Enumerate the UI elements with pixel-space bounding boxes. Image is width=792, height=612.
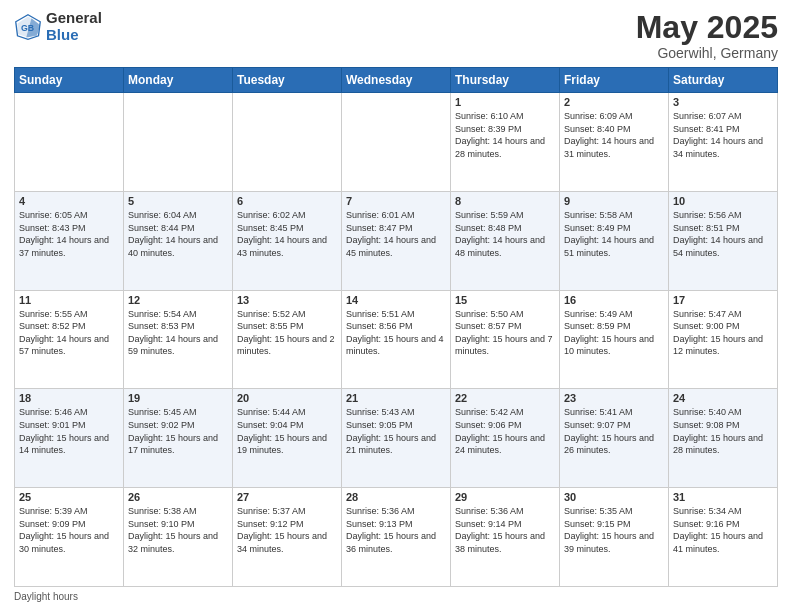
day-cell-22: 22Sunrise: 5:42 AM Sunset: 9:06 PM Dayli… — [451, 389, 560, 488]
day-cell-28: 28Sunrise: 5:36 AM Sunset: 9:13 PM Dayli… — [342, 488, 451, 587]
day-info: Sunrise: 5:39 AM Sunset: 9:09 PM Dayligh… — [19, 505, 119, 555]
day-cell-7: 7Sunrise: 6:01 AM Sunset: 8:47 PM Daylig… — [342, 191, 451, 290]
weekday-header-tuesday: Tuesday — [233, 68, 342, 93]
day-cell-15: 15Sunrise: 5:50 AM Sunset: 8:57 PM Dayli… — [451, 290, 560, 389]
weekday-header-monday: Monday — [124, 68, 233, 93]
week-row-1: 1Sunrise: 6:10 AM Sunset: 8:39 PM Daylig… — [15, 93, 778, 192]
empty-cell — [342, 93, 451, 192]
calendar-subtitle: Goerwihl, Germany — [636, 45, 778, 61]
day-info: Sunrise: 6:02 AM Sunset: 8:45 PM Dayligh… — [237, 209, 337, 259]
day-number: 6 — [237, 195, 337, 207]
day-info: Sunrise: 5:52 AM Sunset: 8:55 PM Dayligh… — [237, 308, 337, 358]
day-info: Sunrise: 5:49 AM Sunset: 8:59 PM Dayligh… — [564, 308, 664, 358]
day-info: Sunrise: 5:59 AM Sunset: 8:48 PM Dayligh… — [455, 209, 555, 259]
empty-cell — [124, 93, 233, 192]
day-number: 8 — [455, 195, 555, 207]
logo-icon: GB — [14, 13, 42, 41]
day-info: Sunrise: 5:35 AM Sunset: 9:15 PM Dayligh… — [564, 505, 664, 555]
day-cell-21: 21Sunrise: 5:43 AM Sunset: 9:05 PM Dayli… — [342, 389, 451, 488]
day-cell-18: 18Sunrise: 5:46 AM Sunset: 9:01 PM Dayli… — [15, 389, 124, 488]
page: GB General Blue May 2025 Goerwihl, Germa… — [0, 0, 792, 612]
day-info: Sunrise: 6:01 AM Sunset: 8:47 PM Dayligh… — [346, 209, 446, 259]
day-cell-30: 30Sunrise: 5:35 AM Sunset: 9:15 PM Dayli… — [560, 488, 669, 587]
day-number: 22 — [455, 392, 555, 404]
day-cell-17: 17Sunrise: 5:47 AM Sunset: 9:00 PM Dayli… — [669, 290, 778, 389]
week-row-3: 11Sunrise: 5:55 AM Sunset: 8:52 PM Dayli… — [15, 290, 778, 389]
day-number: 7 — [346, 195, 446, 207]
day-cell-27: 27Sunrise: 5:37 AM Sunset: 9:12 PM Dayli… — [233, 488, 342, 587]
weekday-header-sunday: Sunday — [15, 68, 124, 93]
day-info: Sunrise: 5:36 AM Sunset: 9:14 PM Dayligh… — [455, 505, 555, 555]
day-info: Sunrise: 6:04 AM Sunset: 8:44 PM Dayligh… — [128, 209, 228, 259]
day-number: 11 — [19, 294, 119, 306]
day-number: 4 — [19, 195, 119, 207]
logo: GB General Blue — [14, 10, 102, 43]
day-number: 20 — [237, 392, 337, 404]
weekday-header-wednesday: Wednesday — [342, 68, 451, 93]
day-cell-29: 29Sunrise: 5:36 AM Sunset: 9:14 PM Dayli… — [451, 488, 560, 587]
day-number: 31 — [673, 491, 773, 503]
logo-text: General Blue — [46, 10, 102, 43]
day-cell-4: 4Sunrise: 6:05 AM Sunset: 8:43 PM Daylig… — [15, 191, 124, 290]
day-info: Sunrise: 5:45 AM Sunset: 9:02 PM Dayligh… — [128, 406, 228, 456]
day-info: Sunrise: 5:56 AM Sunset: 8:51 PM Dayligh… — [673, 209, 773, 259]
day-cell-31: 31Sunrise: 5:34 AM Sunset: 9:16 PM Dayli… — [669, 488, 778, 587]
day-number: 5 — [128, 195, 228, 207]
day-number: 19 — [128, 392, 228, 404]
title-block: May 2025 Goerwihl, Germany — [636, 10, 778, 61]
weekday-header-friday: Friday — [560, 68, 669, 93]
day-number: 23 — [564, 392, 664, 404]
day-cell-10: 10Sunrise: 5:56 AM Sunset: 8:51 PM Dayli… — [669, 191, 778, 290]
day-info: Sunrise: 5:58 AM Sunset: 8:49 PM Dayligh… — [564, 209, 664, 259]
day-number: 9 — [564, 195, 664, 207]
day-info: Sunrise: 5:40 AM Sunset: 9:08 PM Dayligh… — [673, 406, 773, 456]
day-info: Sunrise: 6:07 AM Sunset: 8:41 PM Dayligh… — [673, 110, 773, 160]
day-info: Sunrise: 5:47 AM Sunset: 9:00 PM Dayligh… — [673, 308, 773, 358]
day-number: 26 — [128, 491, 228, 503]
day-cell-16: 16Sunrise: 5:49 AM Sunset: 8:59 PM Dayli… — [560, 290, 669, 389]
day-info: Sunrise: 5:38 AM Sunset: 9:10 PM Dayligh… — [128, 505, 228, 555]
day-cell-19: 19Sunrise: 5:45 AM Sunset: 9:02 PM Dayli… — [124, 389, 233, 488]
day-cell-25: 25Sunrise: 5:39 AM Sunset: 9:09 PM Dayli… — [15, 488, 124, 587]
day-number: 16 — [564, 294, 664, 306]
day-cell-2: 2Sunrise: 6:09 AM Sunset: 8:40 PM Daylig… — [560, 93, 669, 192]
week-row-2: 4Sunrise: 6:05 AM Sunset: 8:43 PM Daylig… — [15, 191, 778, 290]
day-number: 30 — [564, 491, 664, 503]
day-cell-9: 9Sunrise: 5:58 AM Sunset: 8:49 PM Daylig… — [560, 191, 669, 290]
week-row-5: 25Sunrise: 5:39 AM Sunset: 9:09 PM Dayli… — [15, 488, 778, 587]
day-number: 28 — [346, 491, 446, 503]
logo-blue-text: Blue — [46, 27, 102, 44]
day-number: 10 — [673, 195, 773, 207]
footer-note: Daylight hours — [14, 591, 778, 602]
day-number: 29 — [455, 491, 555, 503]
day-info: Sunrise: 6:10 AM Sunset: 8:39 PM Dayligh… — [455, 110, 555, 160]
weekday-header-thursday: Thursday — [451, 68, 560, 93]
day-cell-14: 14Sunrise: 5:51 AM Sunset: 8:56 PM Dayli… — [342, 290, 451, 389]
day-number: 13 — [237, 294, 337, 306]
calendar-title: May 2025 — [636, 10, 778, 45]
day-info: Sunrise: 5:50 AM Sunset: 8:57 PM Dayligh… — [455, 308, 555, 358]
day-info: Sunrise: 5:41 AM Sunset: 9:07 PM Dayligh… — [564, 406, 664, 456]
day-number: 14 — [346, 294, 446, 306]
day-number: 15 — [455, 294, 555, 306]
day-cell-3: 3Sunrise: 6:07 AM Sunset: 8:41 PM Daylig… — [669, 93, 778, 192]
logo-general-text: General — [46, 10, 102, 27]
day-cell-5: 5Sunrise: 6:04 AM Sunset: 8:44 PM Daylig… — [124, 191, 233, 290]
day-number: 18 — [19, 392, 119, 404]
day-cell-24: 24Sunrise: 5:40 AM Sunset: 9:08 PM Dayli… — [669, 389, 778, 488]
day-number: 1 — [455, 96, 555, 108]
day-cell-12: 12Sunrise: 5:54 AM Sunset: 8:53 PM Dayli… — [124, 290, 233, 389]
day-cell-1: 1Sunrise: 6:10 AM Sunset: 8:39 PM Daylig… — [451, 93, 560, 192]
day-number: 27 — [237, 491, 337, 503]
day-cell-26: 26Sunrise: 5:38 AM Sunset: 9:10 PM Dayli… — [124, 488, 233, 587]
day-cell-23: 23Sunrise: 5:41 AM Sunset: 9:07 PM Dayli… — [560, 389, 669, 488]
day-info: Sunrise: 5:46 AM Sunset: 9:01 PM Dayligh… — [19, 406, 119, 456]
day-info: Sunrise: 5:42 AM Sunset: 9:06 PM Dayligh… — [455, 406, 555, 456]
empty-cell — [233, 93, 342, 192]
day-cell-20: 20Sunrise: 5:44 AM Sunset: 9:04 PM Dayli… — [233, 389, 342, 488]
day-info: Sunrise: 5:34 AM Sunset: 9:16 PM Dayligh… — [673, 505, 773, 555]
day-cell-8: 8Sunrise: 5:59 AM Sunset: 8:48 PM Daylig… — [451, 191, 560, 290]
day-number: 3 — [673, 96, 773, 108]
day-info: Sunrise: 5:36 AM Sunset: 9:13 PM Dayligh… — [346, 505, 446, 555]
day-cell-11: 11Sunrise: 5:55 AM Sunset: 8:52 PM Dayli… — [15, 290, 124, 389]
